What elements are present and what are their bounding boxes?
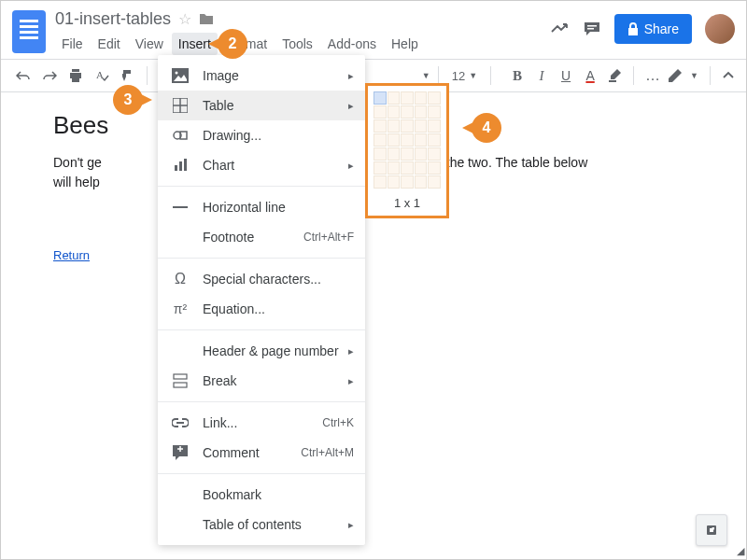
menu-item-chart[interactable]: Chart▸ [158,150,365,180]
table-grid-cell[interactable] [428,91,441,105]
table-grid-cell[interactable] [374,105,387,119]
table-grid-cell[interactable] [428,133,441,147]
comment-icon [169,445,191,460]
redo-icon[interactable] [38,64,61,87]
table-grid-cell[interactable] [388,91,401,105]
menu-item-equation-[interactable]: π²Equation... [158,294,365,324]
table-grid-cell[interactable] [415,105,428,119]
table-grid-cell[interactable] [388,161,401,175]
menu-item-break[interactable]: Break▸ [158,366,365,396]
table-grid-cell[interactable] [428,105,441,119]
comment-history-icon[interactable] [583,21,601,37]
menu-item-footnote[interactable]: FootnoteCtrl+Alt+F [158,222,365,252]
table-grid-cell[interactable] [374,175,387,189]
annotation-callout: 2 [218,29,247,59]
bold-button[interactable]: B [506,64,529,87]
svg-rect-12 [179,161,182,171]
menu-item-label: Comment [203,445,301,460]
table-grid-cell[interactable] [374,119,387,133]
table-grid-cell[interactable] [428,161,441,175]
table-grid-cell[interactable] [374,91,387,105]
table-grid-cell[interactable] [428,147,441,161]
explore-button[interactable] [696,514,727,546]
table-grid-cell[interactable] [374,133,387,147]
text-color-button[interactable]: A [579,64,601,87]
menu-item-label: Chart [203,158,348,173]
table-grid-cell[interactable] [374,161,387,175]
table-grid-cell[interactable] [388,175,401,189]
menu-item-table[interactable]: Table▸ [158,91,365,120]
font-size-dropdown[interactable]: 12 ▼ [446,69,483,83]
editing-mode-dropdown[interactable]: ▼ [690,71,698,80]
table-grid-cell[interactable] [388,147,401,161]
menu-item-label: Bookmark [203,487,354,502]
table-grid-cell[interactable] [415,119,428,133]
table-grid-cell[interactable] [388,133,401,147]
menu-item-comment[interactable]: CommentCtrl+Alt+M [158,438,365,468]
menu-item-label: Break [203,373,348,388]
print-icon[interactable] [64,64,87,87]
menu-item-special-characters-[interactable]: ΩSpecial characters... [158,264,365,294]
table-grid-cell[interactable] [415,133,428,147]
table-grid-cell[interactable] [428,119,441,133]
table-grid-cell[interactable] [428,175,441,189]
menu-view[interactable]: View [129,33,170,55]
table-grid-cell[interactable] [388,119,401,133]
table-grid-cell[interactable] [401,91,414,105]
menu-item-image[interactable]: Image▸ [158,61,365,91]
document-title[interactable]: 01-insert-tables [55,9,171,29]
expand-corner-icon[interactable]: ◢ [737,545,744,557]
table-grid-cell[interactable] [415,147,428,161]
star-icon[interactable]: ☆ [178,10,191,28]
table-grid-cell[interactable] [415,91,428,105]
table-grid-cell[interactable] [401,147,414,161]
share-button[interactable]: Share [614,14,692,44]
submenu-arrow-icon: ▸ [348,519,354,531]
menu-item-drawing-[interactable]: Drawing... [158,120,365,150]
table-grid-cell[interactable] [401,161,414,175]
svg-point-5 [176,72,178,75]
styles-dropdown[interactable]: ▼ [422,71,430,80]
menu-item-table-of-contents[interactable]: Table of contents▸ [158,510,365,539]
menu-item-horizontal-line[interactable]: Horizontal line [158,192,365,222]
more-toolbar-icon[interactable]: … [641,64,664,87]
menu-item-bookmark[interactable]: Bookmark [158,480,365,510]
menu-item-header-page-number[interactable]: Header & page number▸ [158,336,365,366]
folder-icon[interactable] [199,12,214,25]
submenu-arrow-icon: ▸ [348,345,354,357]
spellcheck-icon[interactable]: A [91,64,113,87]
annotation-callout: 4 [472,113,501,143]
svg-rect-3 [609,80,616,82]
italic-button[interactable]: I [530,64,553,87]
collapse-toolbar-icon[interactable] [722,71,735,80]
highlight-button[interactable] [603,64,626,87]
docs-app-icon[interactable] [12,10,46,53]
table-grid-cell[interactable] [415,175,428,189]
insert-menu: Image▸Table▸Drawing...Chart▸Horizontal l… [158,55,365,545]
table-grid-cell[interactable] [401,175,414,189]
menu-file[interactable]: File [55,33,90,55]
paint-format-icon[interactable] [117,64,139,87]
table-size-picker[interactable]: 1 x 1 [365,83,449,218]
editing-mode-icon[interactable] [668,68,683,83]
submenu-arrow-icon: ▸ [348,160,354,172]
annotation-callout: 3 [113,85,143,115]
table-grid-cell[interactable] [401,133,414,147]
menu-item-link-[interactable]: Link...Ctrl+K [158,408,365,438]
break-icon [169,373,191,388]
table-grid-cell[interactable] [415,161,428,175]
table-grid-cell[interactable] [401,105,414,119]
menu-help[interactable]: Help [385,33,425,55]
menu-add-ons[interactable]: Add-ons [321,33,383,55]
underline-button[interactable]: U [555,64,577,87]
table-grid-cell[interactable] [374,147,387,161]
undo-icon[interactable] [12,64,35,87]
return-link[interactable]: Return [53,248,90,262]
menu-edit[interactable]: Edit [92,33,127,55]
table-grid-cell[interactable] [401,119,414,133]
activity-icon[interactable] [551,22,570,35]
table-grid-cell[interactable] [388,105,401,119]
account-avatar[interactable] [705,14,735,44]
svg-rect-11 [175,165,177,171]
menu-tools[interactable]: Tools [275,33,319,55]
